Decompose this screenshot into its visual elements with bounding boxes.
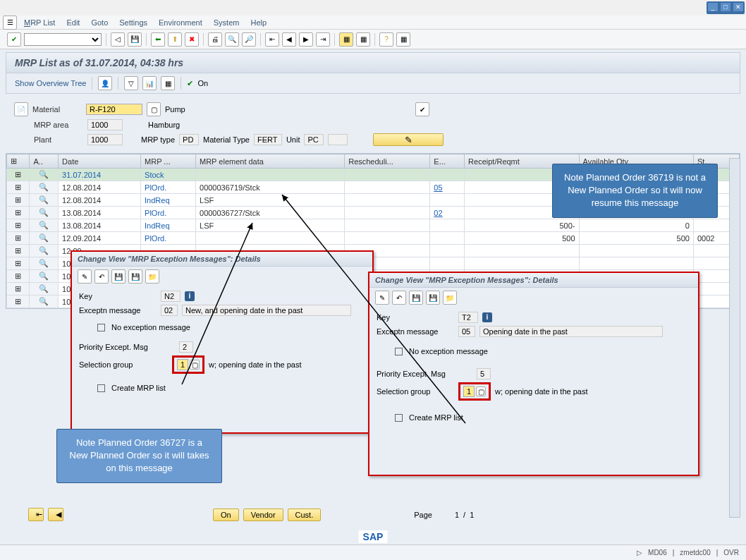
prio-input[interactable] [477, 368, 491, 379]
status-play-icon[interactable]: ▷ [637, 549, 642, 556]
msg-text-input[interactable] [479, 326, 663, 337]
pencil-icon[interactable]: ✎ [78, 269, 92, 284]
glass-icon[interactable]: 🔍 [30, 245, 59, 257]
menu-help[interactable]: Help [246, 17, 271, 28]
user-icon[interactable]: 👤 [98, 76, 112, 90]
filter-icon[interactable]: ▽ [124, 76, 138, 90]
menu-mrplist[interactable]: MRP List [20, 17, 59, 28]
nav-up-icon[interactable]: ⬆ [168, 32, 182, 47]
mrparea-input[interactable] [87, 119, 123, 130]
undo-icon[interactable]: ↶ [94, 269, 109, 284]
save-disk2-icon[interactable]: 💾 [426, 291, 440, 305]
expand-icon[interactable]: ⊞ [7, 270, 30, 283]
expand-icon[interactable]: ⊞ [7, 207, 30, 219]
expand-icon[interactable]: ⊞ [7, 245, 30, 257]
overview-tree-link[interactable]: Show Overview Tree [15, 79, 86, 87]
last-page-icon[interactable]: ⇥ [316, 32, 330, 47]
glass-icon[interactable]: 🔍 [30, 283, 59, 296]
expand-icon[interactable]: ⊞ [7, 296, 30, 308]
expand-icon[interactable]: ⊞ [7, 232, 30, 245]
prio-input[interactable] [179, 341, 193, 353]
save-disk-icon[interactable]: 💾 [409, 291, 423, 305]
print-icon[interactable]: 🖨 [208, 32, 222, 47]
glass-icon[interactable]: 🔍 [30, 232, 59, 245]
save-disk2-icon[interactable]: 💾 [128, 269, 142, 284]
create-checkbox[interactable] [395, 414, 403, 422]
cell-e[interactable]: 05 [430, 181, 465, 194]
col-a[interactable]: A.. [30, 154, 59, 169]
folder-icon[interactable]: 📁 [443, 291, 457, 305]
shortcut-icon[interactable]: ▦ [356, 32, 370, 47]
ok-icon[interactable]: ✔ [7, 32, 21, 47]
edit-button[interactable]: ✎ [373, 133, 444, 146]
col-date[interactable]: Date [59, 154, 141, 169]
key-input[interactable] [161, 291, 181, 302]
vertical-scrollbar[interactable] [729, 158, 740, 518]
minimize-button[interactable]: _ [707, 2, 719, 12]
mrptype-input[interactable] [179, 134, 199, 145]
col-resch[interactable]: Rescheduli... [345, 154, 430, 169]
glass-icon[interactable]: 🔍 [30, 219, 59, 232]
material-selector-icon[interactable]: 📄 [14, 102, 28, 116]
nav-first-icon[interactable]: ⇤ [28, 508, 44, 521]
expand-icon[interactable]: ⊞ [7, 219, 30, 232]
first-page-icon[interactable]: ⇤ [265, 32, 279, 47]
unit-extra-input[interactable] [328, 134, 348, 145]
selgrp-input[interactable] [177, 359, 188, 370]
layout-icon[interactable]: ▦ [396, 32, 410, 47]
noexc-checkbox[interactable] [97, 324, 105, 331]
noexc-checkbox[interactable] [395, 348, 403, 355]
info-icon[interactable]: i [185, 291, 195, 301]
chart-icon[interactable]: 📊 [142, 76, 157, 90]
glass-icon[interactable]: 🔍 [30, 296, 59, 308]
pencil-icon[interactable]: ✎ [375, 291, 389, 305]
menu-settings[interactable]: Settings [115, 17, 152, 28]
key-input[interactable] [458, 312, 478, 323]
undo-icon[interactable]: ↶ [392, 291, 406, 305]
next-page-icon[interactable]: ▶ [299, 32, 313, 47]
col-e[interactable]: E... [430, 154, 465, 169]
menu-system[interactable]: System [209, 17, 244, 28]
col-elem[interactable]: MRP element data [196, 154, 345, 169]
close-button[interactable]: ✕ [733, 2, 744, 12]
mattyp-input[interactable] [254, 134, 282, 145]
save-disk-icon[interactable]: 💾 [111, 269, 126, 284]
menu-toggle-icon[interactable]: ☰ [3, 16, 17, 30]
info-icon[interactable]: i [482, 312, 492, 322]
col-mrp[interactable]: MRP ... [141, 154, 196, 169]
selgrp-f4-icon[interactable]: ▢ [190, 360, 200, 370]
table-row[interactable]: ⊞🔍13.08.2014IndReqLSF500-0 [7, 219, 740, 232]
prev-page-icon[interactable]: ◀ [282, 32, 296, 47]
unit-input[interactable] [304, 134, 324, 145]
glass-icon[interactable]: 🔍 [30, 257, 59, 270]
msg-text-input[interactable] [182, 305, 351, 316]
command-combo[interactable] [24, 33, 102, 46]
selgrp-f4-icon[interactable]: ▢ [476, 386, 486, 396]
glass-icon[interactable]: 🔍 [30, 194, 59, 207]
expand-icon[interactable]: ⊞ [7, 169, 30, 181]
cust-button[interactable]: Cust. [288, 509, 322, 521]
expand-icon[interactable]: ⊞ [7, 194, 30, 207]
maximize-button[interactable]: □ [720, 2, 731, 12]
menu-goto[interactable]: Goto [87, 17, 112, 28]
glass-icon[interactable]: 🔍 [30, 270, 59, 283]
folder-icon[interactable]: 📁 [145, 269, 159, 284]
nav-prev-icon[interactable]: ◀ [48, 508, 63, 521]
material-input[interactable] [86, 104, 142, 115]
table-icon[interactable]: ▦ [161, 76, 175, 90]
vendor-button[interactable]: Vendor [243, 509, 283, 521]
check-material-icon[interactable]: ✔ [415, 102, 429, 116]
col-expand[interactable]: ⊞ [7, 154, 30, 169]
expand-icon[interactable]: ⊞ [7, 181, 30, 194]
help-icon[interactable]: ? [379, 32, 393, 47]
msg-code-input[interactable] [458, 326, 475, 337]
plant-input[interactable] [87, 134, 123, 145]
expand-icon[interactable]: ⊞ [7, 257, 30, 270]
material-f4-icon[interactable]: ▢ [147, 102, 161, 116]
create-checkbox[interactable] [97, 384, 105, 392]
on-button[interactable]: On [213, 509, 239, 521]
find-icon[interactable]: 🔍 [225, 32, 239, 47]
cancel-icon[interactable]: ✖ [185, 32, 199, 47]
save-icon[interactable]: 💾 [128, 32, 142, 47]
session-icon[interactable]: ▦ [339, 32, 353, 47]
